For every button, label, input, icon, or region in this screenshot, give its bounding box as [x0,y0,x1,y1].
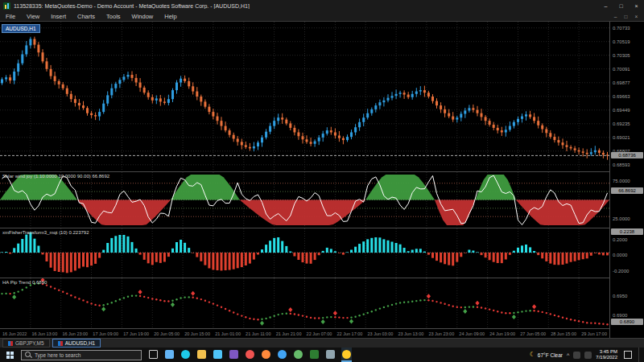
time-axis-label: 17 Jun 09:00 [93,331,118,336]
pip-trend-indicator-pane[interactable] [0,278,609,328]
price-scale-label: 0.70519 [613,39,630,45]
weather-widget[interactable]: ☾ 67°F Clear [530,352,563,358]
system-tray: ☾ 67°F Clear ^ 3:45 PM 7/19/2022 [530,348,644,362]
menu-item-tools[interactable]: Tools [101,13,126,20]
time-axis-label: 21 Jun 21:00 [276,331,302,336]
price-scale-label: 0.69449 [613,108,630,113]
edge-icon [181,350,190,359]
time-axis-label: 28 Jun 15:00 [551,331,576,336]
show-desktop-button[interactable] [638,348,642,362]
indicator-label-solar-wind: Solar wind joy (1.10.0000 10.0000 90.00)… [2,174,109,179]
menu-items: FileViewInsertChartsToolsWindowHelp [0,13,610,20]
minimize-button[interactable]: – [598,0,613,11]
menu-item-view[interactable]: View [21,13,45,20]
fisher-value-tag: 0.2238 [611,228,643,235]
solar-wind-indicator-pane[interactable] [0,172,609,228]
tray-expand-icon[interactable]: ^ [567,352,569,358]
price-scale-label: 0.6900 [613,313,627,319]
time-axis-label: 23 Jun 23:00 [428,331,454,336]
taskbar-search[interactable]: Type here to search [21,350,142,360]
window-controls: – □ × [598,0,644,11]
taskbar-clock[interactable]: 3:45 PM 7/19/2022 [596,349,617,360]
taskbar-app-task-view[interactable] [148,348,159,362]
moon-icon: ☾ [530,352,535,358]
time-axis-label: 22 Jun 17:00 [337,331,363,336]
menu-item-window[interactable]: Window [126,13,159,20]
time-axis-label: 17 Jun 19:00 [123,331,149,336]
chart-window-controls: – □ × [610,14,644,19]
current-price-tag: 0.68736 [611,152,643,158]
taskbar-app-whatsapp[interactable] [293,348,303,362]
time-axis-label: 21 Jun 11:00 [246,331,270,336]
folder-icon [197,350,206,359]
menu-item-insert[interactable]: Insert [45,13,72,20]
menu-item-help[interactable]: Help [159,13,182,20]
taskbar-app-icons [148,348,352,362]
excel-icon [310,350,319,359]
taskbar-app-notepad[interactable] [325,348,336,362]
chart-restore-button[interactable]: □ [621,14,631,19]
solar-wind-value-tag: 66.8692 [611,187,643,194]
start-button[interactable] [0,348,19,362]
taskbar-app-store[interactable] [213,348,223,362]
taskbar-app-edge[interactable] [180,348,191,362]
menu-item-file[interactable]: File [0,13,21,20]
chart-area: AUDUSD,H1 Solar wind joy (1.10.0000 10.0… [0,22,644,348]
chart-tab-audusd-h1[interactable]: AUDUSD,H1 [52,339,101,348]
chart-minimize-button[interactable]: – [610,14,621,19]
pip-trend-value-tag: 0.6890 [611,319,643,325]
price-scale-label: 75.0000 [613,179,630,184]
network-icon[interactable] [573,352,580,359]
price-scale[interactable]: 0.707330.705190.703050.700910.698770.696… [609,22,644,338]
title-bar[interactable]: 113528335: MetaQuotes-Demo - Demo Accoun… [0,0,644,11]
price-scale-label: 0.69663 [613,94,630,100]
taskbar-app-metatrader[interactable] [341,348,352,362]
price-scale-label: 0.69235 [613,121,630,127]
time-axis-label: 24 Jun 19:00 [489,331,515,336]
windows-logo-icon [6,352,14,359]
price-scale-label: 0.0000 [613,253,627,258]
chart-tab-label: AUDUSD,H1 [65,339,96,347]
taskbar-app-telegram[interactable] [277,348,287,362]
price-scale-label: 0.2000 [613,237,627,243]
symbol-label[interactable]: AUDUSD,H1 [2,24,40,33]
volume-icon[interactable] [584,352,592,359]
taskbar-app-firefox[interactable] [261,348,271,362]
chart-tab-icon [58,341,63,346]
price-scale-label: 25.0000 [613,216,630,222]
time-axis-label: 29 Jun 17:00 [581,331,607,336]
main-price-chart[interactable] [0,22,609,171]
time-axis-label: 24 Jun 09:00 [459,331,485,336]
price-scale-label: 0.70091 [613,67,630,72]
time-axis-label: 16 Jun 23:00 [62,331,88,336]
search-placeholder: Type here to search [35,352,80,358]
price-scale-label: 0.70305 [613,53,630,59]
chart-tab-icon [8,341,13,346]
indicator-label-fisher: xmFisherTransform3_mqt (10) 0.223792 [2,230,89,235]
taskbar-app-folder[interactable] [196,348,207,362]
price-scale-label: -0.2000 [613,269,629,274]
taskbar-app-excel[interactable] [309,348,320,362]
time-axis-label: 16 Jun 13:00 [31,331,57,336]
maximize-button[interactable]: □ [613,0,629,11]
taskbar-app-photos[interactable] [229,348,239,362]
close-button[interactable]: × [629,0,644,11]
action-center-icon[interactable] [624,351,632,359]
price-scale-label: 0.68593 [613,162,630,168]
taskbar-app-mail[interactable] [164,348,175,362]
task-view-icon [149,350,158,359]
menu-bar: FileViewInsertChartsToolsWindowHelp – □ … [0,11,644,22]
time-axis-label: 20 Jun 05:00 [154,331,180,336]
taskbar-app-chrome[interactable] [245,348,255,362]
time-axis[interactable]: 16 Jun 202216 Jun 13:0016 Jun 23:0017 Ju… [0,329,609,338]
weather-text: 67°F Clear [538,352,563,358]
price-scale-label: 0.6950 [613,294,627,299]
chart-tab-gbpjpy-m5[interactable]: GBPJPY,M5 [2,339,50,348]
menu-item-charts[interactable]: Charts [72,13,101,20]
taskbar: Type here to search ☾ 67°F Clear ^ 3:45 … [0,348,644,362]
chart-close-button[interactable]: × [631,14,642,19]
firefox-icon [262,350,270,359]
price-scale-label: 0.69021 [613,135,630,141]
fisher-transform-indicator-pane[interactable] [0,228,609,278]
time-axis-label: 23 Jun 03:00 [368,331,394,336]
